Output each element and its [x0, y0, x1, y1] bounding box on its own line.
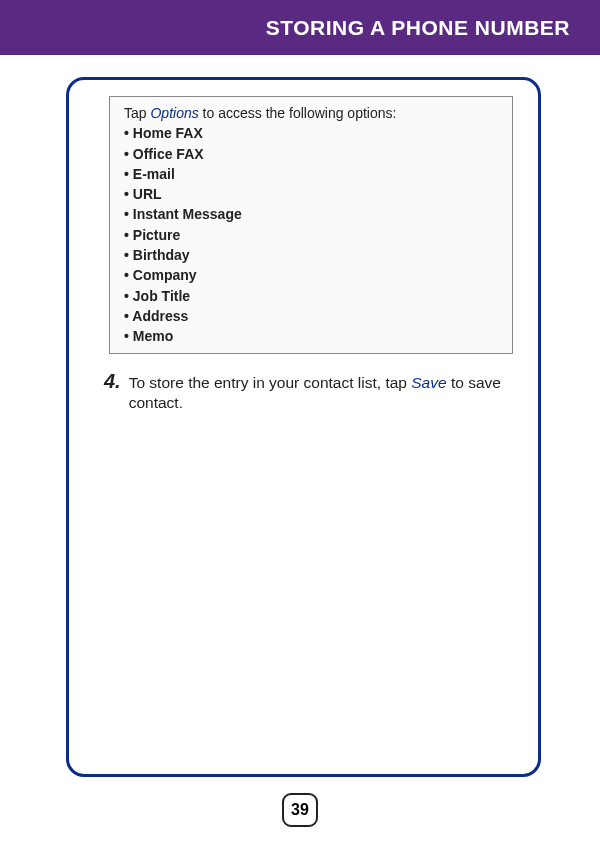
content-frame: Tap Options to access the following opti…: [66, 77, 541, 777]
option-item: • Picture: [124, 225, 502, 245]
options-intro-suffix: to access the following options:: [199, 105, 397, 121]
page-number: 39: [282, 793, 318, 827]
option-label: Memo: [133, 328, 173, 344]
option-item: • Instant Message: [124, 204, 502, 224]
options-intro-prefix: Tap: [124, 105, 150, 121]
option-item: • Home FAX: [124, 123, 502, 143]
options-box: Tap Options to access the following opti…: [109, 96, 513, 354]
option-label: Instant Message: [133, 206, 242, 222]
page-number-value: 39: [291, 801, 309, 819]
option-label: Home FAX: [133, 125, 203, 141]
option-label: Picture: [133, 227, 180, 243]
option-label: Company: [133, 267, 197, 283]
save-link: Save: [411, 374, 446, 391]
option-item: • Office FAX: [124, 144, 502, 164]
option-label: Address: [132, 308, 188, 324]
option-item: • Company: [124, 265, 502, 285]
header-bar: STORING A PHONE NUMBER: [0, 0, 600, 55]
option-label: Office FAX: [133, 146, 204, 162]
options-link: Options: [150, 105, 198, 121]
option-item: • Address: [124, 306, 502, 326]
option-item: • Memo: [124, 326, 502, 346]
option-label: Birthday: [133, 247, 190, 263]
step-text: To store the entry in your contact list,…: [129, 370, 513, 413]
option-item: • E-mail: [124, 164, 502, 184]
option-label: URL: [133, 186, 162, 202]
option-label: Job Title: [133, 288, 190, 304]
page-title: STORING A PHONE NUMBER: [266, 16, 570, 40]
step-row: 4. To store the entry in your contact li…: [104, 370, 513, 413]
step-number: 4.: [104, 370, 121, 392]
option-item: • URL: [124, 184, 502, 204]
option-item: • Birthday: [124, 245, 502, 265]
options-intro: Tap Options to access the following opti…: [124, 103, 502, 123]
option-label: E-mail: [133, 166, 175, 182]
option-item: • Job Title: [124, 286, 502, 306]
step-text-prefix: To store the entry in your contact list,…: [129, 374, 412, 391]
